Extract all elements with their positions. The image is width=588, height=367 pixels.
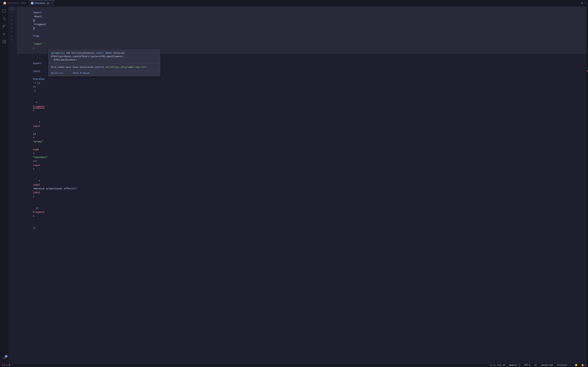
hover-tooltip: (property) JSX.IntrinsicElements.label: … — [48, 50, 160, 76]
attr-id: id — [33, 133, 36, 135]
activity-settings[interactable]: 1 — [1, 355, 8, 362]
notification-count: 1 — [585, 364, 586, 367]
line-num-5: 5 — [9, 23, 15, 26]
fn-checkbox: Checkbox — [33, 78, 45, 81]
attrval-checkbox: "checkbox" — [33, 156, 48, 159]
code-line-7: </ Fragment > — [17, 202, 586, 222]
activity-bar: 1 — [0, 6, 9, 363]
code-line-4: < Fragment > — [17, 97, 586, 117]
formatter-label: Prettier: ✓ — [557, 364, 571, 367]
attrval-promo: "promo" — [33, 140, 43, 143]
activity-git[interactable] — [1, 23, 8, 30]
status-spaces[interactable]: Spaces: 2 — [508, 364, 521, 367]
editor-area: 1 2 3 4 5 6 7 8 9 import React, { Fragme… — [9, 6, 588, 363]
main-layout: 1 1 2 3 4 5 6 7 8 9 import — [0, 6, 588, 363]
svg-point-2 — [3, 25, 4, 26]
arrow: => — [33, 86, 36, 88]
debug-icon — [2, 32, 6, 36]
tab-eslintrc-label: .eslintrc.json — [7, 2, 26, 4]
status-encoding[interactable]: UTF-8 — [523, 364, 531, 367]
fragment-text: Fragment — [33, 23, 48, 26]
line-num-3: 3 — [9, 15, 15, 18]
language-label: JavaScript — [541, 364, 553, 367]
error-code: eslint(jsx-a11y/label-has-for) — [105, 66, 147, 68]
brace-open: { — [33, 19, 35, 22]
space-str — [33, 39, 34, 42]
svg-rect-6 — [3, 40, 4, 42]
scrollbar[interactable] — [586, 6, 588, 363]
tab-checkbox-label: Checkbox.js — [35, 2, 50, 5]
tab-close-button[interactable]: × — [51, 2, 53, 5]
quick-fix-link[interactable]: Quick Fix... — [51, 71, 69, 75]
activity-debug[interactable] — [1, 31, 8, 38]
line-num-1: 1 — [9, 7, 15, 11]
tooltip-actions: Quick Fix... Peek Problem — [49, 71, 160, 76]
svg-point-3 — [5, 25, 6, 26]
tab-checkbox[interactable]: Checkbox.js × — [29, 0, 55, 6]
line-ending-label: LF — [534, 364, 537, 367]
status-notifications[interactable]: 🔔 1 — [581, 364, 587, 367]
line-num-2: 2 — [9, 11, 15, 15]
tooltip-type-info: (property) JSX.IntrinsicElements.label: … — [49, 50, 160, 64]
status-right: Ln 1, Col 26 Spaces: 2 UTF-8 LF JavaScri… — [489, 364, 587, 367]
svg-rect-9 — [3, 42, 4, 43]
activity-extensions[interactable] — [1, 38, 8, 45]
files-icon — [2, 9, 6, 13]
svg-rect-7 — [5, 40, 6, 42]
kw-export: export — [33, 62, 42, 65]
space-from — [33, 31, 34, 33]
code-line-1: import React, { Fragment } from 'react' … — [17, 7, 586, 54]
line-num-9: 9 — [9, 38, 15, 42]
fragment-open-tag: Fragment — [33, 105, 45, 108]
svg-point-10 — [4, 358, 5, 359]
plain-space: React, — [33, 15, 45, 18]
code-editor[interactable]: 1 2 3 4 5 6 7 8 9 import React, { Fragme… — [9, 6, 588, 363]
status-line-ending[interactable]: LF — [534, 364, 537, 367]
code-line-5: < input id = "promo" type = "checkbox" >… — [17, 117, 586, 175]
cursor-position: Ln 1, Col 26 — [490, 364, 505, 367]
eslintrc-file-icon — [3, 2, 6, 4]
activity-search[interactable] — [1, 15, 8, 22]
encoding-label: UTF-8 — [524, 364, 530, 367]
kw-import: import — [33, 11, 42, 14]
code-content[interactable]: import React, { Fragment } from 'react' … — [17, 6, 586, 363]
activity-bottom: 1 — [1, 355, 8, 362]
code-line-6: < label >Receive promotional offers?</ l… — [17, 175, 586, 202]
checkbox-file-icon — [31, 2, 34, 4]
line-num-4: 4 — [9, 18, 15, 22]
status-bar: ⊗ 1 ⚠ 0 Ln 1, Col 26 Spaces: 2 UTF-8 LF … — [0, 363, 588, 367]
error-count: 1 — [4, 364, 5, 367]
more-actions-icon[interactable]: ⋯ — [585, 1, 587, 5]
status-position[interactable]: Ln 1, Col 26 — [489, 364, 506, 367]
status-formatter[interactable]: Prettier: ✓ — [556, 364, 572, 367]
line-num-7: 7 — [9, 30, 15, 34]
str-react: 'react' — [33, 43, 43, 45]
emoji-icon: 🙂 — [575, 364, 578, 367]
tag-label-close: label — [33, 191, 40, 194]
svg-rect-8 — [5, 42, 6, 43]
tag-fragment-close: Fragment — [33, 211, 45, 214]
tag-input-close: input — [33, 164, 40, 167]
tab-eslintrc[interactable]: .eslintrc.json — [1, 0, 28, 6]
svg-point-4 — [3, 27, 4, 28]
activity-files[interactable] — [1, 8, 8, 15]
line-numbers: 1 2 3 4 5 6 7 8 9 — [9, 6, 17, 363]
split-editor-icon[interactable]: ⊞ — [581, 1, 583, 5]
peek-problem-link[interactable]: Peek Problem — [71, 71, 91, 75]
tag-input: input — [33, 125, 40, 128]
tab-bar: .eslintrc.json Checkbox.js × ⊞ ⋯ — [0, 0, 588, 6]
semi-1: ; — [33, 47, 34, 49]
line-num-6: 6 — [9, 26, 15, 30]
kw-const: const — [33, 70, 40, 73]
tooltip-type-text: JSX.IntrinsicElements. — [66, 52, 96, 54]
status-errors[interactable]: ⊗ 1 ⚠ 0 — [1, 364, 11, 367]
warning-icon: ⚠ — [7, 364, 8, 367]
git-icon — [2, 25, 6, 28]
attr-type: type — [33, 148, 39, 151]
status-emoji[interactable]: 🙂 — [574, 364, 578, 367]
line-num-8: 8 — [9, 34, 15, 38]
settings-badge-count: 1 — [5, 355, 7, 358]
status-language[interactable]: JavaScript — [540, 364, 554, 367]
status-left: ⊗ 1 ⚠ 0 — [1, 364, 11, 367]
search-icon — [2, 17, 6, 21]
